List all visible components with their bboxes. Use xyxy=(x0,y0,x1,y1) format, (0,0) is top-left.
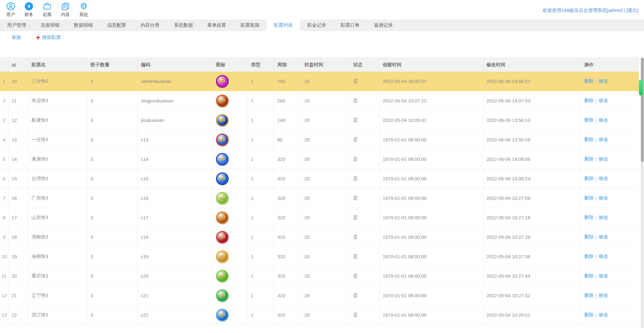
cell-cycle: 320 xyxy=(274,266,301,286)
lottery-badge-icon: 快3 xyxy=(216,114,229,127)
tab-4[interactable]: 信息配置 xyxy=(100,19,133,31)
main-menu: 用户 ¥ 财务 xyxy=(4,2,95,18)
table-row[interactable]: 1221辽宁快33c21快3132020是1970-01-01 08:00:00… xyxy=(0,286,639,305)
menu-item-users[interactable]: 用户 xyxy=(4,2,18,18)
edit-link[interactable]: 修改 xyxy=(599,137,608,143)
lottery-badge-icon: 快3 xyxy=(216,153,229,166)
edit-link[interactable]: 修改 xyxy=(599,312,608,318)
row-number: 11 xyxy=(0,266,8,286)
tab-7[interactable]: 菜单设置 xyxy=(200,19,233,31)
table-row[interactable]: 211幸运快33xingyunkuaisan快3126020是2022-05-0… xyxy=(0,91,639,111)
tab-5[interactable]: 内容分类 xyxy=(133,19,167,31)
cell-icon: 快3 xyxy=(213,130,248,149)
menu-item-content[interactable]: 内容 xyxy=(58,2,72,18)
menu-item-lottery[interactable]: 彩票 xyxy=(40,2,54,18)
tab-8[interactable]: 彩票奖期 xyxy=(233,19,267,31)
lottery-badge-icon: 快3 xyxy=(216,231,229,243)
cell-lottery-name: 海南快3 xyxy=(28,247,87,266)
delete-link[interactable]: 删除 xyxy=(584,98,594,104)
delete-link[interactable]: 删除 xyxy=(584,176,594,182)
cell-modified-time: 2022-05-04 10:28:01 xyxy=(483,305,581,325)
delete-link[interactable]: 删除 xyxy=(584,254,594,259)
scrollbar-green-thumb[interactable] xyxy=(639,79,643,96)
table-row[interactable]: 110三分快33sanfenkuaisan快3120020是2022-05-04… xyxy=(0,72,639,91)
delete-link[interactable]: 删除 xyxy=(584,137,594,143)
scrollbar-thumb[interactable] xyxy=(641,57,644,162)
row-number: 3 xyxy=(0,111,8,130)
action-separator: | xyxy=(596,254,597,259)
table-body: 110三分快33sanfenkuaisan快3120020是2022-05-04… xyxy=(0,72,639,325)
edit-link[interactable]: 修改 xyxy=(599,195,608,201)
table-row[interactable]: 817山东快33c17快3132020是1970-01-01 08:00:002… xyxy=(0,208,639,227)
cell-id: 11 xyxy=(8,91,28,110)
row-number: 10 xyxy=(0,247,8,266)
menu-item-finance[interactable]: ¥ 财务 xyxy=(22,2,36,18)
edit-link[interactable]: 修改 xyxy=(599,234,608,240)
edit-link[interactable]: 修改 xyxy=(599,273,608,279)
cell-dice-count: 3 xyxy=(87,150,138,169)
system-icon: ⚙ xyxy=(79,2,88,11)
edit-link[interactable]: 修改 xyxy=(599,117,608,123)
logout-link[interactable]: [退出] xyxy=(626,8,638,13)
cell-cycle: 320 xyxy=(274,188,301,208)
cell-code: c19 xyxy=(138,247,213,266)
edit-link[interactable]: 修改 xyxy=(599,254,608,259)
cell-icon: 快3 xyxy=(213,208,248,227)
table-row[interactable]: 1120重庆快33c20快3132020是1970-01-01 08:00:00… xyxy=(0,266,639,286)
delete-link[interactable]: 删除 xyxy=(584,117,594,123)
tab-11[interactable]: 彩票订单 xyxy=(333,19,367,31)
table-row[interactable]: 312极速快33jisukuaisan快3114020是2022-05-04 1… xyxy=(0,111,639,130)
cell-id: 18 xyxy=(8,227,28,247)
edit-link[interactable]: 修改 xyxy=(599,78,608,84)
add-lottery-button[interactable]: + 增加彩票 xyxy=(36,35,61,41)
cell-actions: 删除|修改 xyxy=(581,227,639,247)
cell-type: 1 xyxy=(248,72,274,91)
table-row[interactable]: 514澳洲快33c14快3132020是1970-01-01 08:00:002… xyxy=(0,150,639,169)
cell-modified-time: 2022-06-06 14:08:06 xyxy=(483,150,581,169)
delete-link[interactable]: 删除 xyxy=(584,78,594,84)
delete-link[interactable]: 删除 xyxy=(584,292,594,298)
cell-icon: 快3 xyxy=(213,286,248,305)
row-number: 2 xyxy=(0,91,8,110)
edit-link[interactable]: 修改 xyxy=(599,98,608,104)
table-row[interactable]: 918湖南快33c18快3132020是1970-01-01 08:00:002… xyxy=(0,227,639,247)
tab-1[interactable]: 用户管理 xyxy=(0,19,33,31)
action-separator: | xyxy=(596,137,597,142)
table-row[interactable]: 615台湾快33c15快3132020是1970-01-01 08:00:002… xyxy=(0,169,639,188)
cell-id: 22 xyxy=(8,305,28,325)
table-row[interactable]: 1019海南快33c19快3132020是1970-01-01 08:00:00… xyxy=(0,247,639,266)
delete-link[interactable]: 删除 xyxy=(584,273,594,279)
column-header: 骰子数量 xyxy=(87,58,138,72)
tab-6[interactable]: 系统数据 xyxy=(167,19,200,31)
tab-2[interactable]: 充值明细 xyxy=(33,19,67,31)
menu-item-system[interactable]: ⚙ 系统 xyxy=(77,2,91,18)
cell-cycle: 260 xyxy=(274,91,301,110)
delete-link[interactable]: 删除 xyxy=(584,234,594,240)
cell-id: 21 xyxy=(8,286,28,305)
delete-link[interactable]: 删除 xyxy=(584,215,594,221)
edit-link[interactable]: 修改 xyxy=(599,215,608,221)
cell-code: c16 xyxy=(138,188,213,208)
column-header: 封盘时间 xyxy=(301,58,350,72)
tab-3[interactable]: 数据明细 xyxy=(67,19,100,31)
table-row[interactable]: 1322浙江快33c22快3132020是1970-01-01 08:00:00… xyxy=(0,305,639,325)
tab-10[interactable]: 彩金记录 xyxy=(300,19,333,31)
cell-dice-count: 3 xyxy=(87,247,138,266)
delete-link[interactable]: 删除 xyxy=(584,156,594,162)
edit-link[interactable]: 修改 xyxy=(599,176,608,182)
column-header: 周期 xyxy=(274,58,301,72)
cell-status: 是 xyxy=(350,169,380,188)
delete-link[interactable]: 删除 xyxy=(584,312,594,318)
edit-link[interactable]: 修改 xyxy=(599,292,608,298)
tab-12[interactable]: 返佣记录 xyxy=(367,19,400,31)
cell-modified-time: 2022-05-04 10:27:26 xyxy=(483,227,581,247)
refresh-link[interactable]: 刷新 xyxy=(12,35,21,41)
edit-link[interactable]: 修改 xyxy=(599,156,608,162)
delete-link[interactable]: 删除 xyxy=(584,195,594,201)
tab-9[interactable]: 彩票列表 xyxy=(267,19,300,31)
cell-type: 1 xyxy=(248,111,274,130)
cell-code: c21 xyxy=(138,286,213,305)
cell-dice-count: 3 xyxy=(87,169,138,188)
table-row[interactable]: 413一分快33c13快318020是1970-01-01 08:00:0020… xyxy=(0,130,639,150)
table-row[interactable]: 716广东快33c16快3132020是1970-01-01 08:00:002… xyxy=(0,188,639,208)
